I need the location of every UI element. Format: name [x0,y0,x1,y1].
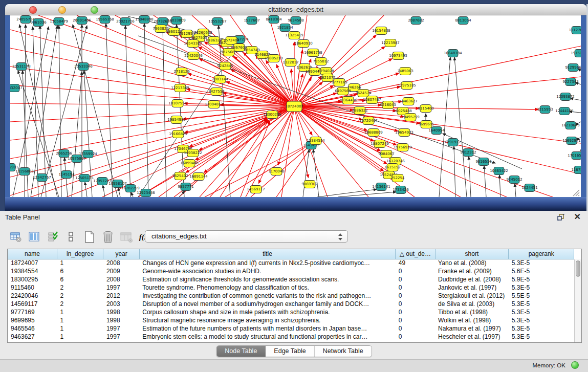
graph-node[interactable]: 18640910 [294,40,313,48]
column-header-out_de[interactable]: △ out_de… [396,249,435,259]
graph-node[interactable]: 20691406 [73,17,91,25]
graph-node[interactable]: 17016504 [568,152,581,160]
column-header-pagerank[interactable]: pagerank [509,249,574,259]
graph-node[interactable]: 9245012 [506,176,522,184]
table-select-dropdown[interactable]: citations_edges.txt [145,230,348,243]
graph-edge[interactable] [131,192,133,197]
graph-edge[interactable] [138,106,294,197]
graph-node[interactable]: 12342757 [33,174,51,182]
table-row[interactable]: 1456911722003Disruption of a novel membe… [8,300,574,308]
table-row[interactable]: 2242004622012Investigating the contribut… [8,292,574,300]
graph-node[interactable]: 18107554 [168,100,187,107]
show-columns-icon[interactable] [28,230,41,244]
graph-node[interactable]: 7625402 [172,172,188,180]
graph-node[interactable]: 12213369 [171,84,189,92]
canvas-resize-grip[interactable] [573,190,579,196]
graph-node[interactable]: 9777169 [331,79,347,86]
table-row[interactable]: 1830029562008Estimation of significance … [8,275,574,283]
node-table-grid[interactable]: namein_degreeyeartitle△ out_de…shortpage… [8,249,574,341]
graph-node[interactable]: 16961758 [304,49,322,57]
graph-node[interactable]: 7886322 [352,107,367,115]
graph-node[interactable]: 252254 [391,174,405,182]
graph-node[interactable]: 9084067 [378,150,394,158]
graph-node[interactable]: 19565358 [96,16,114,24]
graph-node[interactable]: 9242845 [217,62,233,70]
graph-edge[interactable] [73,25,118,197]
graph-edge[interactable] [40,26,46,197]
graph-node[interactable]: 10973493 [389,52,407,60]
network-canvas[interactable]: 2405572498610361105847920691406195653582… [10,15,581,197]
graph-node[interactable]: 1024451 [521,184,537,192]
graph-edge[interactable] [10,103,294,106]
table-row[interactable]: 1938455462009Genome-wide association stu… [8,267,574,275]
column-header-name[interactable]: name [8,249,57,259]
graph-node[interactable]: 7485063 [397,68,413,75]
column-header-short[interactable]: short [435,249,509,259]
graph-node[interactable]: 14463627 [399,98,418,105]
graph-edge[interactable] [31,26,57,197]
graph-edge[interactable] [77,15,294,106]
graph-edge[interactable] [313,149,319,197]
graph-node[interactable]: 12975185 [398,82,416,90]
graph-node[interactable]: 8427552 [208,88,224,96]
graph-node[interactable]: 1527607 [244,17,259,25]
graph-node[interactable]: 9699695 [418,121,434,128]
graph-node[interactable]: 9816516 [475,158,492,166]
memory-status-indicator[interactable] [571,361,579,369]
row-height-icon[interactable] [64,230,78,244]
graph-edge[interactable] [10,48,294,106]
graph-node[interactable]: 10463422 [490,167,508,175]
graph-edge[interactable] [138,118,267,197]
table-scrollbar-thumb[interactable] [576,260,580,277]
graph-node[interactable]: 19654923 [395,129,413,137]
graph-edge[interactable] [125,26,130,197]
graph-node[interactable]: 1921854 [277,24,293,32]
graph-edge[interactable] [294,50,302,106]
graph-node[interactable]: 11325419 [285,32,303,39]
graph-edge[interactable] [10,30,294,106]
graph-node[interactable]: 1615152 [384,164,400,171]
tab-node-table[interactable]: Node Table [216,346,266,357]
graph-node[interactable]: 15720407 [359,117,378,125]
delete-table-icon[interactable] [101,230,115,244]
graph-edge[interactable] [59,26,61,197]
graph-node[interactable]: 18724007 [285,101,303,112]
graph-node[interactable]: 6497568 [335,87,351,95]
table-row[interactable]: 1872400712008Changes of HCN gene express… [8,259,574,267]
graph-edge[interactable] [294,46,581,106]
float-panel-icon[interactable] [556,213,565,222]
graph-node[interactable]: 12093872 [556,93,575,101]
graph-node[interactable]: 20533346 [74,63,93,71]
graph-node[interactable]: 8813054 [455,17,471,25]
graph-edge[interactable] [454,146,455,197]
close-panel-icon[interactable]: ✕ [574,212,581,222]
graph-node[interactable]: 19854985 [167,116,186,124]
graph-node[interactable]: 16648784 [444,50,462,57]
table-row[interactable]: 946362711997Embryonic stem cells: a mode… [8,333,574,341]
graph-edge[interactable] [103,185,105,197]
graph-edge[interactable] [484,166,486,197]
graph-node[interactable]: 10688809 [364,129,383,137]
create-table-icon[interactable] [83,230,96,244]
select-rows-icon[interactable] [46,230,59,244]
table-row[interactable]: 969969511998Structural magnetic resonanc… [8,316,574,324]
column-header-year[interactable]: year [103,249,139,259]
network-window-titlebar[interactable]: citations_edges.txt [5,4,586,15]
table-row[interactable]: 977716911998Corpus callosum shape and si… [8,308,574,316]
graph-edge[interactable] [246,106,294,197]
graph-node[interactable]: 7955812 [313,58,329,65]
graph-node[interactable]: 9227343 [562,78,578,86]
graph-node[interactable]: 10553287 [208,18,227,26]
graph-edge[interactable] [225,144,310,197]
graph-node[interactable]: 14569117 [247,186,265,193]
graph-node[interactable]: 2087682 [408,17,424,25]
graph-node[interactable]: 16210643 [561,122,580,129]
graph-node[interactable]: 15048898 [135,16,154,24]
graph-edge[interactable] [469,157,471,197]
table-row[interactable]: 946554611997Estimation of the future num… [8,324,574,333]
tab-edge-table[interactable]: Edge Table [266,346,314,357]
graph-node[interactable]: 1832007 [10,84,23,92]
graph-edge[interactable] [185,106,294,133]
graph-node[interactable]: 2718126 [173,68,190,76]
graph-node[interactable]: 9115460 [418,105,433,113]
